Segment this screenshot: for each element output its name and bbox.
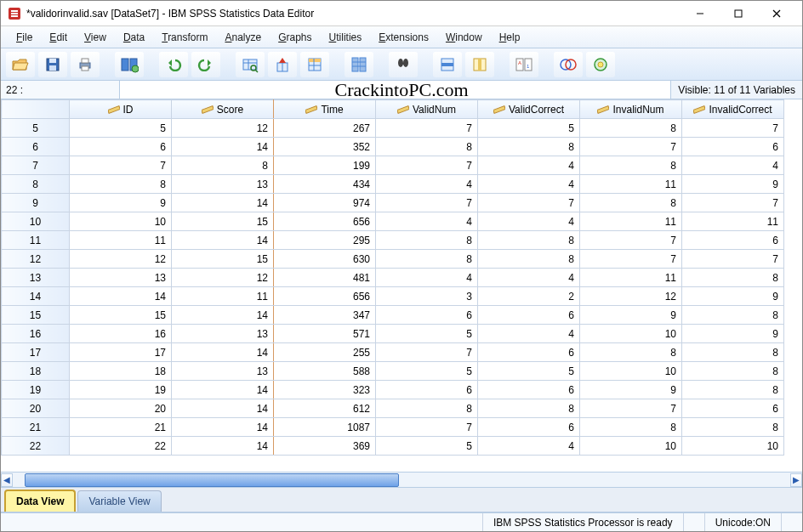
cell[interactable]: 255 — [274, 343, 376, 362]
cell[interactable]: 612 — [274, 399, 376, 418]
cell[interactable]: 8 — [682, 306, 784, 325]
scroll-thumb[interactable] — [25, 473, 399, 487]
cell[interactable]: 7 — [682, 119, 784, 138]
undo-button[interactable] — [159, 52, 188, 77]
cell[interactable]: 8 — [682, 362, 784, 381]
cell[interactable]: 14 — [172, 437, 274, 456]
cell[interactable]: 11 — [172, 287, 274, 306]
cell[interactable]: 13 — [70, 269, 172, 287]
cell[interactable]: 22 — [70, 437, 172, 456]
cell[interactable]: 9 — [682, 325, 784, 343]
cell[interactable]: 7 — [682, 194, 784, 212]
cell[interactable]: 974 — [274, 194, 376, 212]
menu-analyze[interactable]: Analyze — [225, 31, 261, 43]
cell[interactable]: 199 — [274, 156, 376, 175]
cell[interactable]: 6 — [682, 138, 784, 156]
close-button[interactable] — [757, 3, 795, 24]
row-header[interactable]: 5 — [2, 119, 70, 138]
tab-variable-view[interactable]: Variable View — [77, 490, 161, 512]
value-labels-button[interactable]: A1 — [510, 52, 538, 77]
cell[interactable]: 588 — [274, 362, 376, 381]
maximize-button[interactable] — [719, 3, 757, 24]
row-header[interactable]: 14 — [2, 287, 70, 306]
menu-extensions[interactable]: Extensions — [379, 31, 429, 43]
cell[interactable]: 15 — [70, 306, 172, 325]
cell[interactable]: 7 — [376, 343, 478, 362]
cell[interactable]: 8 — [682, 418, 784, 437]
cell[interactable]: 1087 — [274, 418, 376, 437]
row-header[interactable]: 16 — [2, 325, 70, 343]
cell[interactable]: 8 — [478, 138, 580, 156]
cell[interactable]: 21 — [70, 418, 172, 437]
cell[interactable]: 8 — [376, 250, 478, 269]
cell[interactable]: 9 — [682, 175, 784, 194]
print-button[interactable] — [71, 52, 100, 77]
cell[interactable]: 4 — [478, 325, 580, 343]
cell[interactable]: 3 — [376, 287, 478, 306]
cell[interactable]: 10 — [580, 325, 682, 343]
cell[interactable]: 18 — [70, 362, 172, 381]
menu-help[interactable]: Help — [499, 31, 521, 43]
cell[interactable]: 11 — [580, 212, 682, 231]
cell[interactable]: 347 — [274, 306, 376, 325]
column-header-validcorrect[interactable]: ValidCorrect — [478, 100, 580, 119]
row-header[interactable]: 20 — [2, 399, 70, 418]
cell[interactable]: 12 — [172, 119, 274, 138]
cell[interactable]: 20 — [70, 399, 172, 418]
cell[interactable]: 4 — [376, 175, 478, 194]
cell[interactable]: 13 — [172, 362, 274, 381]
cell[interactable]: 369 — [274, 437, 376, 456]
row-header[interactable]: 12 — [2, 250, 70, 269]
data-grid[interactable]: IDScoreTimeValidNumValidCorrectInvalidNu… — [1, 99, 802, 472]
cell[interactable]: 267 — [274, 119, 376, 138]
cell[interactable]: 323 — [274, 381, 376, 399]
cell[interactable]: 16 — [70, 325, 172, 343]
cell[interactable]: 19 — [70, 381, 172, 399]
cell[interactable]: 12 — [70, 250, 172, 269]
row-header[interactable]: 7 — [2, 156, 70, 175]
row-header[interactable]: 22 — [2, 437, 70, 456]
cell[interactable]: 7 — [580, 399, 682, 418]
column-header-invalidnum[interactable]: InvalidNum — [580, 100, 682, 119]
cell[interactable]: 4 — [478, 437, 580, 456]
cell[interactable]: 571 — [274, 325, 376, 343]
row-header[interactable]: 19 — [2, 381, 70, 399]
column-header-time[interactable]: Time — [274, 100, 376, 119]
cell[interactable]: 12 — [172, 269, 274, 287]
save-button[interactable] — [38, 52, 67, 77]
cell[interactable]: 14 — [172, 231, 274, 250]
cell[interactable]: 7 — [682, 250, 784, 269]
menu-window[interactable]: Window — [446, 31, 482, 43]
goto-variable-button[interactable] — [268, 52, 297, 77]
cell[interactable]: 6 — [478, 343, 580, 362]
variables-button[interactable] — [300, 52, 329, 77]
cell[interactable]: 14 — [172, 418, 274, 437]
cell[interactable]: 14 — [172, 381, 274, 399]
run-descriptives-button[interactable] — [345, 52, 373, 77]
cell[interactable]: 14 — [172, 399, 274, 418]
menu-edit[interactable]: Edit — [49, 31, 67, 43]
menu-file[interactable]: File — [16, 31, 32, 43]
cell[interactable]: 11 — [580, 269, 682, 287]
row-header[interactable]: 21 — [2, 418, 70, 437]
cell[interactable]: 15 — [172, 212, 274, 231]
column-header-invalidcorrect[interactable]: InvalidCorrect — [682, 100, 784, 119]
use-sets-button[interactable] — [554, 52, 583, 77]
cell[interactable]: 8 — [580, 418, 682, 437]
menu-graphs[interactable]: Graphs — [278, 31, 311, 43]
horizontal-scrollbar[interactable]: ◀ ▶ — [1, 472, 802, 487]
cell[interactable]: 17 — [70, 343, 172, 362]
cell[interactable]: 8 — [682, 343, 784, 362]
column-header-id[interactable]: ID — [70, 100, 172, 119]
cell[interactable]: 8 — [478, 399, 580, 418]
cell[interactable]: 8 — [376, 399, 478, 418]
row-header[interactable]: 9 — [2, 194, 70, 212]
row-header[interactable]: 8 — [2, 175, 70, 194]
cell[interactable]: 6 — [376, 306, 478, 325]
cell-value-input[interactable] — [120, 81, 670, 99]
cell[interactable]: 6 — [478, 306, 580, 325]
cell[interactable]: 11 — [70, 231, 172, 250]
cell[interactable]: 15 — [172, 250, 274, 269]
cell[interactable]: 5 — [478, 362, 580, 381]
show-all-button[interactable] — [586, 52, 615, 77]
